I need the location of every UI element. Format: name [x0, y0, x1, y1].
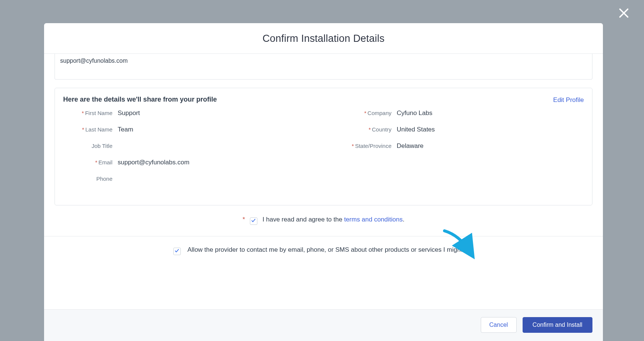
- close-button[interactable]: [617, 6, 631, 20]
- modal-footer: Cancel Confirm and Install: [44, 309, 603, 341]
- profile-heading: Here are the details we'll share from yo…: [63, 96, 584, 103]
- modal-body: support@cyfunolabs.com Here are the deta…: [44, 54, 603, 309]
- checkmark-icon: [174, 248, 179, 255]
- country-value: United States: [397, 126, 584, 133]
- last-name-value: Team: [118, 126, 312, 133]
- field-email: *Email support@cyfunolabs.com: [63, 159, 312, 175]
- contact-consent-checkbox[interactable]: [173, 248, 181, 255]
- field-company: *Company Cyfuno Labs: [335, 109, 584, 126]
- terms-text-suffix: .: [403, 216, 405, 223]
- first-name-label: *First Name: [63, 109, 112, 117]
- contact-consent-row: Allow the provider to contact me by emai…: [55, 236, 592, 266]
- terms-link[interactable]: terms and conditions: [344, 216, 403, 223]
- profile-details-box: Here are the details we'll share from yo…: [55, 88, 592, 205]
- state-province-value: Delaware: [397, 142, 584, 150]
- terms-text-prefix: I have read and agree to the: [263, 216, 344, 223]
- cancel-button[interactable]: Cancel: [481, 317, 517, 333]
- install-details-modal: Confirm Installation Details support@cyf…: [44, 23, 603, 341]
- terms-required-marker: *: [242, 216, 245, 223]
- state-province-label: *State/Province: [335, 142, 391, 150]
- company-value: Cyfuno Labs: [397, 109, 584, 117]
- phone-label: Phone: [63, 175, 112, 183]
- contact-consent-text: Allow the provider to contact me by emai…: [188, 246, 474, 253]
- field-last-name: *Last Name Team: [63, 126, 312, 142]
- first-name-value: Support: [118, 109, 312, 117]
- modal-header: Confirm Installation Details: [44, 23, 603, 54]
- terms-row: * I have read and agree to the terms and…: [55, 205, 592, 227]
- confirm-install-button[interactable]: Confirm and Install: [523, 317, 592, 333]
- email-preview-box: support@cyfunolabs.com: [55, 54, 592, 80]
- field-first-name: *First Name Support: [63, 109, 312, 126]
- profile-column-left: *First Name Support *Last Name Team Job …: [63, 109, 312, 192]
- country-label: *Country: [335, 126, 391, 133]
- terms-checkbox[interactable]: [250, 217, 257, 225]
- email-label: *Email: [63, 159, 112, 166]
- field-country: *Country United States: [335, 126, 584, 142]
- company-label: *Company: [335, 109, 391, 117]
- edit-profile-link[interactable]: Edit Profile: [553, 96, 584, 104]
- modal-title: Confirm Installation Details: [44, 33, 603, 44]
- field-phone: Phone: [63, 175, 312, 192]
- profile-grid: *First Name Support *Last Name Team Job …: [63, 109, 584, 192]
- close-icon: [617, 15, 631, 21]
- field-job-title: Job Title: [63, 142, 312, 159]
- last-name-label: *Last Name: [63, 126, 112, 133]
- checkmark-icon: [251, 217, 256, 225]
- email-value: support@cyfunolabs.com: [118, 159, 312, 166]
- profile-column-right: *Company Cyfuno Labs *Country United Sta…: [335, 109, 584, 192]
- email-preview-value: support@cyfunolabs.com: [60, 58, 128, 64]
- field-state-province: *State/Province Delaware: [335, 142, 584, 159]
- job-title-label: Job Title: [63, 142, 112, 150]
